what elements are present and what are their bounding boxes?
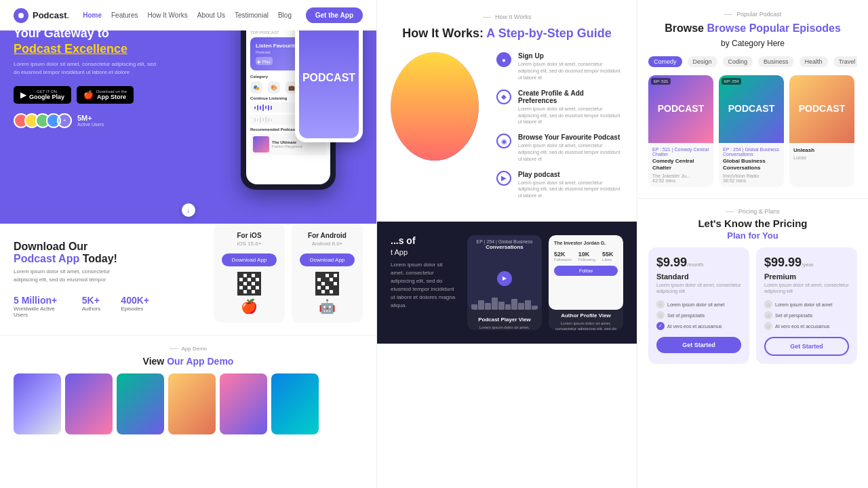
download-desc: Lorem ipsum dolor sit amet, consectetur … bbox=[14, 268, 136, 284]
popular-section: Popular Podcast Browse Browse Popular Ep… bbox=[637, 0, 868, 199]
ep-card-2[interactable]: EP: 254 PODCAST EP : 254 | Global Busine… bbox=[719, 75, 784, 187]
standard-get-started-btn[interactable]: Get Started bbox=[656, 337, 741, 353]
demo-title: View Our App Demo bbox=[14, 356, 363, 367]
follow-button[interactable]: Follow bbox=[554, 266, 618, 276]
pricing-tag: Pricing & Plans bbox=[648, 208, 857, 215]
pricing-section: Pricing & Plans Let's Know the Pricing P… bbox=[637, 199, 868, 374]
ep-card-2-image: EP: 254 PODCAST bbox=[719, 75, 784, 143]
nav-blog[interactable]: Blog bbox=[278, 12, 292, 19]
stat-episodes: 400K+ Episodes bbox=[121, 295, 149, 318]
pricing-cards: $9.99/month Standard Lorem ipsum dolor s… bbox=[648, 247, 857, 365]
cat-travel[interactable]: Travel bbox=[833, 56, 857, 67]
demo-thumbnails bbox=[14, 373, 363, 434]
hero-decoration: Podcast. 🔍 ♡ TOP PODCAST Listen Favourit… bbox=[186, 0, 376, 224]
ep-card-3-image: PODCAST bbox=[789, 75, 854, 143]
demo-section: App Demo View Our App Demo bbox=[0, 335, 376, 445]
left-panel: Podcast. Home Features How It Works Abou… bbox=[0, 0, 376, 488]
logo-icon bbox=[14, 8, 28, 23]
navbar: Podcast. Home Features How It Works Abou… bbox=[0, 0, 376, 30]
author-stats: 52K Followers 10K Following 55K Likes bbox=[554, 251, 618, 262]
step-3-icon: ◉ bbox=[496, 134, 511, 148]
dark-text: ...s of t App Lorem ipsum dolor sit amet… bbox=[391, 235, 456, 330]
right-panel: Popular Podcast Browse Browse Popular Ep… bbox=[637, 0, 868, 488]
second-phone: PODCAST bbox=[295, 14, 363, 142]
android-download-btn[interactable]: Download App bbox=[300, 253, 355, 266]
standard-features: ○ Lorem ipsum dolor sit amet ○ Set of pe… bbox=[656, 300, 741, 330]
premium-features: ○ Lorem ipsum dolor sit amet ○ Set of pe… bbox=[764, 300, 849, 330]
download-cards: For iOS iOS 15.6+ Download App 🍎 For And… bbox=[214, 224, 363, 323]
play-store-icon: ▶ bbox=[20, 90, 26, 100]
dark-section: ...s of t App Lorem ipsum dolor sit amet… bbox=[377, 222, 637, 344]
demo-thumb-2 bbox=[65, 373, 113, 434]
demo-thumb-6 bbox=[271, 373, 319, 434]
stat-authors: 5K+ Authors bbox=[82, 295, 101, 318]
step-3: ◉ Browse Your Favourite Podcast Lorem ip… bbox=[496, 134, 623, 162]
nav-about[interactable]: About Us bbox=[197, 12, 225, 19]
category-filter: Comedy Design Coding Business Health Tra… bbox=[648, 56, 857, 67]
step-2-icon: ◆ bbox=[496, 89, 511, 104]
nav-links: Home Features How It Works About Us Test… bbox=[83, 12, 306, 19]
standard-plan-card: $9.99/month Standard Lorem ipsum dolor s… bbox=[648, 247, 749, 365]
check-icon: ○ bbox=[656, 311, 665, 319]
check-icon: ✓ bbox=[656, 322, 665, 330]
store-buttons: ▶ GET IT ON Google Play 🍎 Download on th… bbox=[14, 86, 163, 104]
check-icon: ○ bbox=[656, 300, 665, 308]
cat-design[interactable]: Design bbox=[688, 56, 717, 67]
popular-tag: Popular Podcast bbox=[648, 11, 857, 18]
author-view-card: The Investor Jordan G. 52K Followers 10K… bbox=[549, 235, 623, 330]
how-content: ● Sign Up Lorem ipsum dolor sit amet, co… bbox=[391, 52, 623, 207]
nav-features[interactable]: Features bbox=[111, 12, 138, 19]
nav-how-it-works[interactable]: How It Works bbox=[147, 12, 187, 19]
hero-title: Your Gateway to Podcast Excellence bbox=[14, 26, 163, 58]
check-icon: ○ bbox=[764, 300, 772, 308]
get-app-button[interactable]: Get the App bbox=[306, 7, 363, 23]
cat-icon-2: 🎨 bbox=[268, 81, 280, 94]
step-1: ● Sign Up Lorem ipsum dolor sit amet, co… bbox=[496, 52, 623, 81]
scroll-down-indicator[interactable]: ↓ bbox=[182, 203, 195, 217]
app-store-button[interactable]: 🍎 Download on the App Store bbox=[77, 86, 134, 104]
apple-icon: 🍎 bbox=[83, 90, 94, 100]
episode-cards: EP: 521 PODCAST EP : 521 | Comedy Centra… bbox=[648, 75, 857, 187]
second-phone-screen: PODCAST bbox=[299, 18, 359, 138]
waveform bbox=[467, 289, 542, 310]
ep-card-3[interactable]: PODCAST Unleash Lucas bbox=[789, 75, 854, 187]
cat-coding[interactable]: Coding bbox=[723, 56, 753, 67]
download-title: Download Our Podcast App Today! bbox=[14, 241, 149, 265]
step-4-icon: ▶ bbox=[496, 171, 511, 186]
premium-get-started-btn[interactable]: Get Started bbox=[764, 337, 849, 356]
demo-tag: App Demo bbox=[14, 346, 363, 352]
ep-card-1-image: EP: 521 PODCAST bbox=[648, 75, 713, 143]
user-count: 5M+ Active Users bbox=[77, 114, 104, 127]
avatar-group: + bbox=[14, 113, 72, 128]
step-1-icon: ● bbox=[496, 52, 511, 67]
nav-home[interactable]: Home bbox=[83, 12, 102, 19]
how-image-circle bbox=[391, 52, 479, 161]
demo-thumb-5 bbox=[220, 373, 267, 434]
apple-logo-icon: 🍎 bbox=[222, 298, 277, 314]
pfeature-3: ○ At vero eos et accusamus bbox=[764, 322, 849, 330]
ios-download-btn[interactable]: Download App bbox=[222, 253, 277, 266]
android-qr-code bbox=[315, 272, 339, 296]
app-views: EP | 254 | Global Business Conversations bbox=[467, 235, 623, 330]
cat-comedy[interactable]: Comedy bbox=[648, 56, 682, 67]
active-users: + 5M+ Active Users bbox=[14, 113, 163, 128]
main-play-button[interactable]: ▶ bbox=[497, 271, 512, 286]
hero-section: Podcast. Home Features How It Works Abou… bbox=[0, 0, 376, 224]
check-icon: ○ bbox=[764, 322, 772, 330]
demo-thumb-1 bbox=[14, 373, 61, 434]
demo-thumb-3 bbox=[117, 373, 164, 434]
hero-desc: Lorem ipsum dolor sit amet, consectetur … bbox=[14, 60, 163, 77]
cat-health[interactable]: Health bbox=[800, 56, 828, 67]
ep-card-1[interactable]: EP: 521 PODCAST EP : 521 | Comedy Centra… bbox=[648, 75, 713, 187]
ios-qr-code bbox=[237, 272, 261, 296]
player-controls: ▶ bbox=[467, 271, 542, 286]
middle-panel: How It Works How It Works: A Step-by-Ste… bbox=[376, 0, 637, 488]
premium-plan-card: $99.99/year Premium Lorem ipsum dolor si… bbox=[756, 247, 857, 365]
demo-thumb-4 bbox=[168, 373, 216, 434]
how-title: How It Works: A Step-by-Step Guide bbox=[391, 26, 623, 41]
popular-title: Browse Browse Popular Episodes bbox=[648, 22, 857, 36]
google-play-button[interactable]: ▶ GET IT ON Google Play bbox=[14, 86, 71, 104]
nav-testimonial[interactable]: Testimonial bbox=[235, 12, 269, 19]
feature-2: ○ Set of perspiciatis bbox=[656, 311, 741, 319]
cat-business[interactable]: Business bbox=[758, 56, 794, 67]
